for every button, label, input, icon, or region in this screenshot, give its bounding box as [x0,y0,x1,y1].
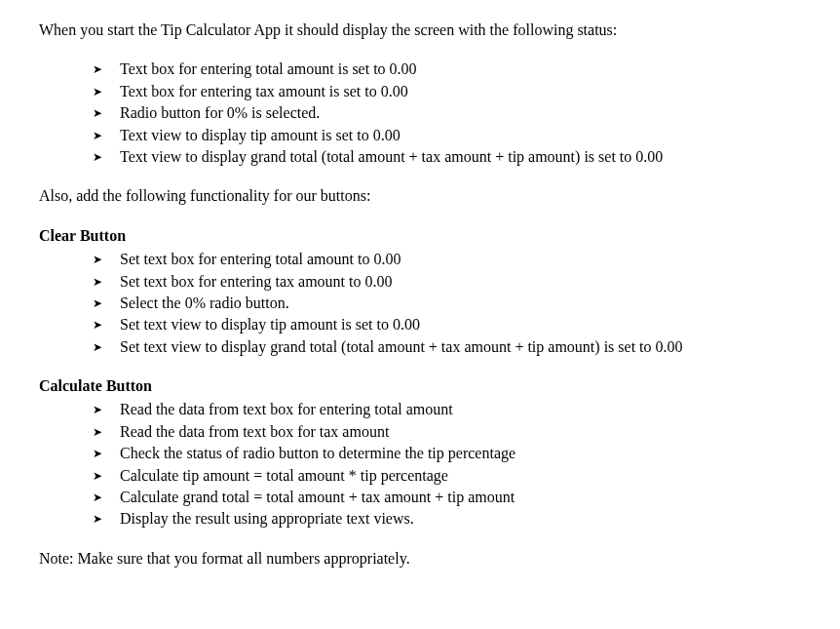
bullet-text: Text box for entering total amount is se… [120,59,801,80]
bullet-icon: ➤ [93,487,120,508]
calculate-bullet-list: ➤ Read the data from text box for enteri… [39,399,801,530]
list-item: ➤ Read the data from text box for enteri… [39,399,801,420]
bullet-icon: ➤ [93,271,120,293]
bullet-text: Radio button for 0% is selected. [120,102,801,124]
bullet-text: Read the data from text box for entering… [120,399,801,420]
bullet-text: Select the 0% radio button. [120,293,801,314]
list-item: ➤ Display the result using appropriate t… [39,508,801,530]
bullet-icon: ➤ [93,336,120,358]
list-item: ➤ Text view to display tip amount is set… [39,125,801,146]
bullet-icon: ➤ [93,146,120,168]
list-item: ➤ Radio button for 0% is selected. [39,102,801,124]
list-item: ➤ Read the data from text box for tax am… [39,421,801,443]
bullet-icon: ➤ [93,249,120,270]
bullet-icon: ➤ [93,81,120,102]
bullet-text: Text view to display tip amount is set t… [120,125,801,146]
list-item: ➤ Select the 0% radio button. [39,293,801,314]
bullet-icon: ➤ [93,399,120,420]
bullet-text: Set text view to display grand total (to… [120,336,801,358]
clear-button-heading: Clear Button [39,225,801,247]
list-item: ➤ Text view to display grand total (tota… [39,146,801,168]
clear-bullet-list: ➤ Set text box for entering total amount… [39,249,801,358]
intro-paragraph: When you start the Tip Calculator App it… [39,20,801,41]
list-item: ➤ Calculate tip amount = total amount * … [39,465,801,487]
list-item: ➤ Set text box for entering tax amount t… [39,271,801,293]
bullet-icon: ➤ [93,508,120,530]
list-item: ➤ Set text view to display grand total (… [39,336,801,358]
list-item: ➤ Text box for entering total amount is … [39,59,801,80]
bullet-text: Check the status of radio button to dete… [120,443,801,464]
bullet-icon: ➤ [93,293,120,314]
bullet-text: Calculate grand total = total amount + t… [120,487,801,508]
intro-bullet-list: ➤ Text box for entering total amount is … [39,59,801,168]
bullet-text: Text view to display grand total (total … [120,146,801,168]
note-paragraph: Note: Make sure that you format all numb… [39,548,801,570]
bullet-icon: ➤ [93,102,120,124]
bullet-icon: ➤ [93,421,120,443]
bullet-text: Text box for entering tax amount is set … [120,81,801,102]
bullet-icon: ➤ [93,443,120,464]
bullet-text: Read the data from text box for tax amou… [120,421,801,443]
also-paragraph: Also, add the following functionality fo… [39,185,801,207]
bullet-text: Set text box for entering total amount t… [120,249,801,270]
bullet-text: Set text box for entering tax amount to … [120,271,801,293]
bullet-icon: ➤ [93,125,120,146]
bullet-icon: ➤ [93,465,120,487]
list-item: ➤ Check the status of radio button to de… [39,443,801,464]
list-item: ➤ Set text box for entering total amount… [39,249,801,270]
list-item: ➤ Text box for entering tax amount is se… [39,81,801,102]
list-item: ➤ Calculate grand total = total amount +… [39,487,801,508]
bullet-text: Display the result using appropriate tex… [120,508,801,530]
bullet-text: Set text view to display tip amount is s… [120,314,801,335]
bullet-icon: ➤ [93,314,120,335]
bullet-icon: ➤ [93,59,120,80]
list-item: ➤ Set text view to display tip amount is… [39,314,801,335]
calculate-button-heading: Calculate Button [39,375,801,397]
bullet-text: Calculate tip amount = total amount * ti… [120,465,801,487]
